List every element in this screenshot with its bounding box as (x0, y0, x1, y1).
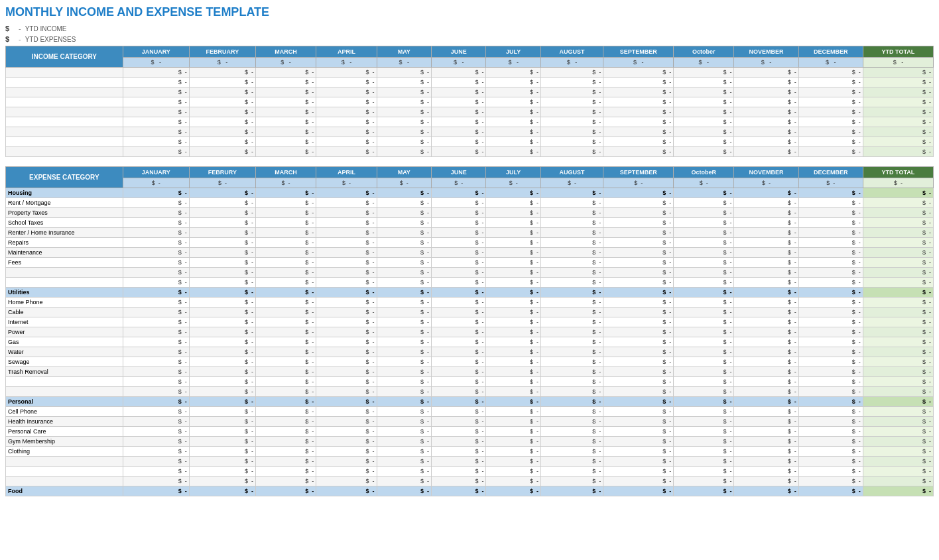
expense-cell[interactable]: $ - (540, 367, 603, 377)
expense-cell[interactable]: $ - (432, 417, 486, 427)
expense-row-label[interactable]: Rent / Mortgage (6, 198, 123, 208)
expense-cell[interactable]: $ - (734, 327, 798, 337)
income-cell[interactable]: $ - (189, 78, 255, 87)
income-cell[interactable]: $ - (189, 97, 255, 107)
income-cell[interactable]: $ - (798, 68, 863, 78)
expense-cell[interactable]: $ - (734, 208, 798, 218)
expense-cell[interactable]: $ - (798, 337, 863, 347)
expense-cell[interactable]: $ - (674, 437, 734, 447)
expense-cell[interactable]: $ - (486, 437, 540, 447)
expense-cell[interactable]: $ - (603, 268, 674, 278)
expense-row-label[interactable] (6, 387, 123, 397)
expense-cell[interactable]: $ - (432, 317, 486, 327)
income-cell[interactable]: $ - (123, 97, 189, 107)
expense-row-label[interactable]: Cell Phone (6, 407, 123, 417)
expense-cell[interactable]: $ - (432, 407, 486, 417)
expense-cell[interactable]: $ - (603, 347, 674, 357)
expense-cell[interactable]: $ - (798, 278, 863, 288)
expense-cell[interactable]: $ - (432, 427, 486, 437)
expense-cell[interactable]: $ - (189, 467, 255, 476)
expense-cell[interactable]: $ - (798, 248, 863, 258)
income-cell[interactable]: $ - (674, 147, 734, 157)
expense-cell[interactable]: $ - (432, 238, 486, 248)
income-ytd-cell[interactable]: $ - (863, 147, 933, 157)
expense-cell[interactable]: $ - (377, 218, 431, 228)
expense-cell[interactable]: $ - (734, 387, 798, 397)
expense-cell[interactable]: $ - (255, 427, 316, 437)
expense-cell[interactable]: $ - (798, 367, 863, 377)
income-cell[interactable]: $ - (432, 68, 486, 78)
expense-cell[interactable]: $ - (189, 437, 255, 447)
expense-ytd-cell[interactable]: $ - (863, 417, 933, 427)
expense-cell[interactable]: $ - (540, 437, 603, 447)
expense-row-label[interactable]: Gas (6, 337, 123, 347)
income-ytd-sub[interactable]: $ - (863, 58, 933, 68)
expense-cell[interactable]: $ - (316, 437, 377, 447)
expense-cell[interactable]: $ - (486, 476, 540, 486)
expense-cat-cell[interactable]: $ - (432, 288, 486, 298)
expense-cell[interactable]: $ - (603, 298, 674, 308)
expense-cell[interactable]: $ - (316, 337, 377, 347)
expense-cell[interactable]: $ - (377, 298, 431, 308)
expense-cell[interactable]: $ - (255, 317, 316, 327)
income-cell[interactable]: $ - (603, 127, 674, 137)
expense-cell[interactable]: $ - (316, 467, 377, 476)
income-cell[interactable]: $ - (798, 117, 863, 127)
expense-cell[interactable]: $ - (486, 278, 540, 288)
expense-cat-cell[interactable]: $ - (377, 188, 431, 198)
expense-ytd-cell[interactable]: $ - (863, 437, 933, 447)
income-cell[interactable]: $ - (540, 137, 603, 147)
expense-cell[interactable]: $ - (377, 228, 431, 238)
expense-cell[interactable]: $ - (734, 248, 798, 258)
expense-cell[interactable]: $ - (123, 248, 189, 258)
expense-cell[interactable]: $ - (189, 367, 255, 377)
expense-cat-cell[interactable]: $ - (316, 397, 377, 407)
expense-cell[interactable]: $ - (734, 476, 798, 486)
income-cell[interactable]: $ - (255, 137, 316, 147)
expense-cell[interactable]: $ - (432, 308, 486, 317)
income-cell[interactable]: $ - (734, 68, 798, 78)
expense-row-label[interactable] (6, 278, 123, 288)
expense-cell[interactable]: $ - (316, 208, 377, 218)
expense-cell[interactable]: $ - (603, 218, 674, 228)
expense-row-label[interactable]: Home Phone (6, 298, 123, 308)
expense-cell[interactable]: $ - (432, 248, 486, 258)
expense-cell[interactable]: $ - (734, 258, 798, 268)
income-cell[interactable]: $ - (674, 97, 734, 107)
expense-cell[interactable]: $ - (486, 377, 540, 387)
income-cell[interactable]: $ - (377, 147, 431, 157)
exp-sep-sub[interactable]: $ - (603, 178, 674, 188)
expense-cell[interactable]: $ - (798, 317, 863, 327)
expense-cell[interactable]: $ - (486, 407, 540, 417)
expense-row-label[interactable]: Water (6, 347, 123, 357)
expense-cell[interactable]: $ - (255, 228, 316, 238)
expense-cell[interactable]: $ - (123, 238, 189, 248)
expense-ytd-cell[interactable]: $ - (863, 238, 933, 248)
expense-cell[interactable]: $ - (189, 407, 255, 417)
income-cell[interactable]: $ - (734, 127, 798, 137)
expense-cell[interactable]: $ - (674, 228, 734, 238)
expense-cell[interactable]: $ - (123, 417, 189, 427)
expense-cat-cell[interactable]: $ - (798, 188, 863, 198)
income-cell[interactable]: $ - (486, 117, 540, 127)
expense-cat-cell[interactable]: $ - (486, 188, 540, 198)
expense-ytd-cell[interactable]: $ - (863, 357, 933, 367)
expense-cat-cell[interactable]: $ - (674, 397, 734, 407)
expense-cell[interactable]: $ - (189, 278, 255, 288)
expense-cell[interactable]: $ - (674, 347, 734, 357)
income-cell[interactable]: $ - (674, 127, 734, 137)
expense-cell[interactable]: $ - (540, 238, 603, 248)
expense-cat-cell[interactable]: $ - (377, 486, 431, 496)
expense-cat-cell[interactable]: $ - (486, 397, 540, 407)
expense-cell[interactable]: $ - (734, 377, 798, 387)
expense-row-label[interactable]: School Taxes (6, 218, 123, 228)
expense-cat-cell[interactable]: $ - (377, 397, 431, 407)
expense-cat-cell[interactable]: $ - (603, 486, 674, 496)
income-cell[interactable]: $ - (540, 147, 603, 157)
expense-cell[interactable]: $ - (189, 427, 255, 437)
expense-ytd-cell[interactable]: $ - (863, 268, 933, 278)
expense-cell[interactable]: $ - (603, 248, 674, 258)
expense-cell[interactable]: $ - (255, 308, 316, 317)
expense-cell[interactable]: $ - (603, 367, 674, 377)
expense-cell[interactable]: $ - (189, 248, 255, 258)
